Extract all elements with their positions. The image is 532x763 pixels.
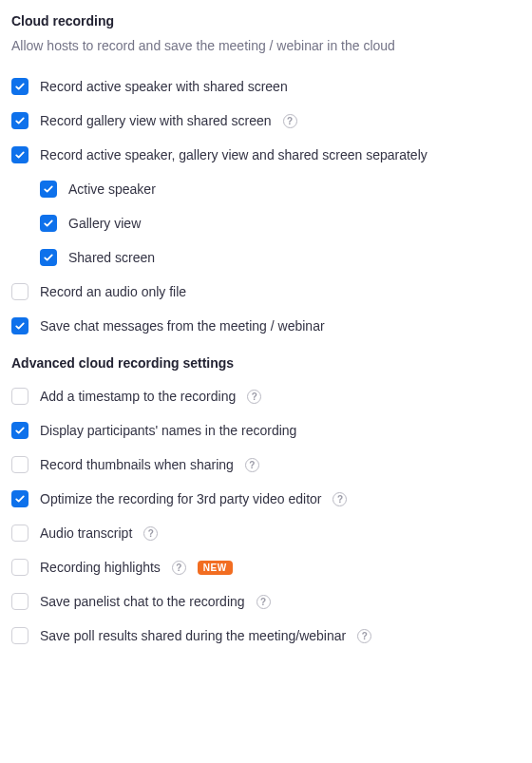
option-names: Display participants' names in the recor…: [11, 422, 521, 439]
names-label: Display participants' names in the recor…: [40, 423, 296, 438]
thumbnails-label: Record thumbnails when sharing: [40, 457, 234, 472]
option-poll: Save poll results shared during the meet…: [11, 627, 521, 644]
help-icon[interactable]: ?: [172, 561, 186, 575]
option-thumbnails: Record thumbnails when sharing ?: [11, 456, 521, 473]
option-sep-shared: Shared screen: [40, 249, 521, 266]
poll-checkbox[interactable]: [11, 627, 28, 644]
panelist-checkbox[interactable]: [11, 593, 28, 610]
sep-shared-label: Shared screen: [68, 250, 155, 265]
help-icon[interactable]: ?: [332, 492, 347, 506]
checkmark-icon: [43, 252, 54, 263]
separate-label: Record active speaker, gallery view and …: [40, 147, 428, 162]
active-speaker-shared-checkbox[interactable]: [11, 78, 28, 95]
checkmark-icon: [14, 320, 26, 332]
checkmark-icon: [14, 493, 26, 505]
cloud-recording-subtitle: Allow hosts to record and save the meeti…: [11, 38, 521, 53]
audio-only-label: Record an audio only file: [40, 284, 186, 299]
checkmark-icon: [14, 115, 26, 126]
help-icon[interactable]: ?: [283, 114, 297, 128]
option-optimize: Optimize the recording for 3rd party vid…: [11, 490, 521, 507]
help-icon[interactable]: ?: [247, 390, 261, 404]
checkmark-icon: [14, 81, 26, 92]
option-highlights: Recording highlights ? NEW: [11, 559, 521, 576]
help-icon[interactable]: ?: [245, 458, 259, 472]
sep-shared-checkbox[interactable]: [40, 249, 57, 266]
checkmark-icon: [14, 425, 26, 436]
timestamp-checkbox[interactable]: [11, 388, 28, 405]
option-timestamp: Add a timestamp to the recording ?: [11, 388, 521, 405]
help-icon[interactable]: ?: [256, 595, 271, 609]
option-audio-only: Record an audio only file: [11, 283, 521, 300]
optimize-checkbox[interactable]: [11, 490, 28, 507]
panelist-label: Save panelist chat to the recording: [40, 594, 245, 609]
option-separate: Record active speaker, gallery view and …: [11, 146, 521, 163]
checkmark-icon: [43, 218, 54, 229]
sep-gallery-checkbox[interactable]: [40, 215, 57, 232]
gallery-shared-checkbox[interactable]: [11, 112, 28, 129]
timestamp-label: Add a timestamp to the recording: [40, 389, 236, 404]
option-sep-gallery: Gallery view: [40, 215, 521, 232]
sep-active-label: Active speaker: [68, 181, 156, 197]
thumbnails-checkbox[interactable]: [11, 456, 28, 473]
highlights-label: Recording highlights: [40, 560, 161, 575]
checkmark-icon: [43, 183, 54, 195]
help-icon[interactable]: ?: [357, 629, 371, 643]
sep-active-checkbox[interactable]: [40, 181, 57, 198]
option-save-chat: Save chat messages from the meeting / we…: [11, 317, 521, 334]
option-transcript: Audio transcript ?: [11, 525, 521, 542]
option-active-speaker-shared: Record active speaker with shared screen: [11, 78, 521, 95]
optimize-label: Optimize the recording for 3rd party vid…: [40, 491, 321, 506]
sep-gallery-label: Gallery view: [68, 216, 141, 231]
gallery-shared-label: Record gallery view with shared screen: [40, 113, 272, 128]
advanced-settings-title: Advanced cloud recording settings: [11, 355, 521, 371]
separate-checkbox[interactable]: [11, 146, 28, 163]
audio-only-checkbox[interactable]: [11, 283, 28, 300]
option-panelist: Save panelist chat to the recording ?: [11, 593, 521, 610]
option-sep-active: Active speaker: [40, 181, 521, 198]
help-icon[interactable]: ?: [143, 526, 158, 541]
active-speaker-shared-label: Record active speaker with shared screen: [40, 79, 288, 94]
cloud-recording-title: Cloud recording: [11, 13, 521, 29]
transcript-checkbox[interactable]: [11, 525, 28, 542]
checkmark-icon: [14, 149, 26, 161]
new-badge: NEW: [198, 561, 233, 575]
transcript-label: Audio transcript: [40, 525, 132, 541]
highlights-checkbox[interactable]: [11, 559, 28, 576]
names-checkbox[interactable]: [11, 422, 28, 439]
poll-label: Save poll results shared during the meet…: [40, 628, 346, 643]
save-chat-label: Save chat messages from the meeting / we…: [40, 318, 325, 334]
option-gallery-shared: Record gallery view with shared screen ?: [11, 112, 521, 129]
save-chat-checkbox[interactable]: [11, 317, 28, 334]
